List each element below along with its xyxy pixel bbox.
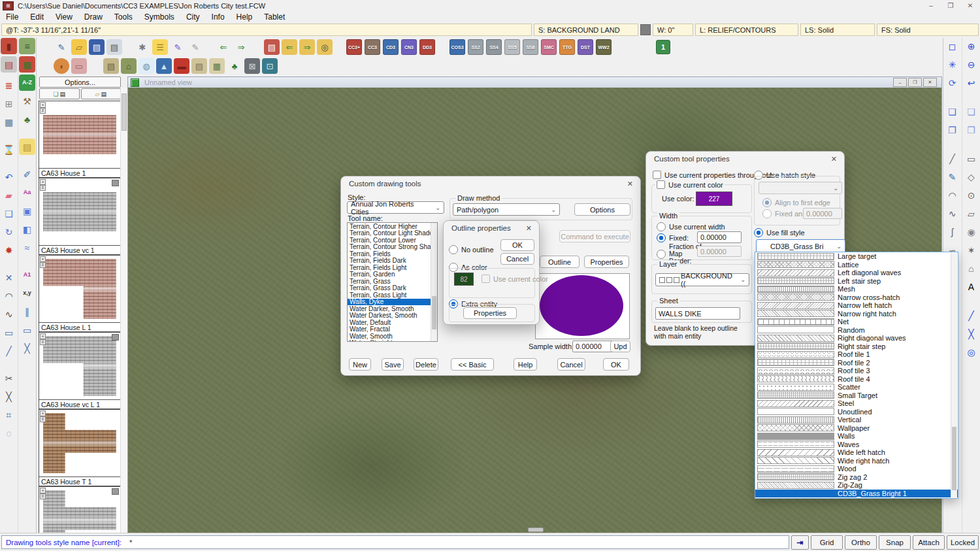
- snap-button[interactable]: Snap: [879, 535, 911, 550]
- fixed-width-field[interactable]: 0.00000: [697, 231, 742, 243]
- ok-button[interactable]: OK: [603, 358, 629, 371]
- group-icon[interactable]: ▣: [19, 203, 35, 219]
- measure-icon[interactable]: ⌗: [1, 407, 17, 423]
- sheet-indicator-button[interactable]: 1: [656, 40, 670, 54]
- tool-list-item[interactable]: Terrain, Grass Dark: [348, 285, 437, 292]
- fill-style-option[interactable]: Steel: [755, 399, 958, 408]
- city-tool-icon[interactable]: ▦: [19, 56, 35, 73]
- fill-style-option[interactable]: Wide left hatch: [755, 448, 958, 457]
- fill-style-option[interactable]: Unoutlined: [755, 408, 958, 416]
- thumbnail-expand-icon[interactable]: +≡: [40, 488, 46, 499]
- fill-style-option[interactable]: Walls: [755, 432, 958, 441]
- menu-tools[interactable]: Tools: [108, 12, 139, 22]
- ortho-button[interactable]: Ortho: [845, 535, 877, 550]
- edit-sheet-icon[interactable]: ✎: [188, 39, 203, 55]
- blob-draw-icon[interactable]: ◉: [963, 224, 979, 240]
- catalog-import-icon[interactable]: ⇐: [282, 39, 297, 55]
- close-icon[interactable]: ✕: [526, 224, 532, 233]
- tool-name-list[interactable]: Terrain, Contour HigherTerrain, Contour …: [347, 222, 438, 342]
- command-input[interactable]: Drawing tools style name [current]: *: [1, 535, 789, 549]
- line-edit-icon[interactable]: ╱: [1, 342, 17, 359]
- text-tool-icon[interactable]: A: [963, 278, 979, 295]
- symbol-thumbnail[interactable]: +≡ CA63 House L 1: [39, 255, 121, 332]
- symbol-building-green-icon[interactable]: ⌂: [121, 58, 137, 74]
- view-minimize-icon[interactable]: –: [893, 78, 907, 87]
- connect-icon[interactable]: ╱: [963, 307, 979, 324]
- thumbnail-expand-icon[interactable]: +≡: [40, 410, 46, 422]
- dropdown-scrollbar[interactable]: [951, 253, 957, 497]
- symbol-frame-icon[interactable]: ⊡: [262, 58, 278, 74]
- fill-style-option[interactable]: Random: [755, 326, 958, 335]
- polygon-draw-icon[interactable]: ◇: [963, 169, 979, 185]
- locked-button[interactable]: Locked: [947, 535, 979, 550]
- polyshape-icon[interactable]: ▱: [963, 205, 979, 222]
- delete-button[interactable]: Delete: [414, 358, 438, 371]
- fraction-radio[interactable]: [657, 250, 666, 259]
- straighten-icon[interactable]: ∥: [19, 303, 35, 320]
- catalog-smc-button[interactable]: SMC: [541, 39, 557, 55]
- mirror-icon[interactable]: ◧: [19, 221, 35, 237]
- copy-entity-icon[interactable]: ❏: [1, 205, 17, 222]
- tool-list-item[interactable]: Terrain, Grass: [348, 278, 437, 285]
- tool-list-scrollbar[interactable]: [431, 223, 437, 341]
- copy-behind-icon[interactable]: ❏: [944, 103, 960, 120]
- menu-draw[interactable]: Draw: [78, 12, 108, 22]
- thumbnail-expand-icon[interactable]: +≡: [40, 102, 46, 113]
- menu-view[interactable]: View: [50, 12, 78, 22]
- view-close-icon[interactable]: ✕: [923, 78, 937, 87]
- notes-stack-icon[interactable]: ▤: [19, 139, 35, 155]
- save-button[interactable]: Save: [382, 358, 404, 371]
- fill-style-tool-icon[interactable]: ◖: [54, 58, 69, 74]
- catalog-search-icon[interactable]: ◎: [317, 39, 333, 55]
- catalog-options-button[interactable]: Options...: [39, 76, 121, 88]
- drawing-options-icon[interactable]: ✱: [135, 39, 150, 55]
- open-icon[interactable]: ▱: [71, 39, 87, 55]
- outline-color-swatch[interactable]: 82: [454, 273, 474, 286]
- trim-icon[interactable]: ✂: [1, 370, 17, 386]
- use-current-width-radio[interactable]: [657, 222, 666, 231]
- spline-icon[interactable]: ʃ: [944, 224, 960, 240]
- thumbnail-expand-icon[interactable]: +≡: [40, 333, 46, 344]
- symbol-thumbnail[interactable]: +≡ CA63 House vc L 1: [39, 332, 121, 409]
- use-current-properties-checkbox[interactable]: [653, 171, 661, 179]
- catalog-dd3-button[interactable]: DD3: [419, 39, 435, 55]
- menu-info[interactable]: Info: [206, 12, 231, 22]
- fill-style-option[interactable]: Small Target: [755, 392, 958, 400]
- zoom-window-icon[interactable]: ◻: [944, 38, 960, 54]
- redraw-icon[interactable]: ⟳: [944, 75, 960, 91]
- explode-icon[interactable]: ✸: [1, 242, 17, 258]
- outline-button[interactable]: Outline: [540, 256, 580, 268]
- tool-list-item[interactable]: Terrain, Contour Lower: [348, 237, 437, 244]
- catalog-cd3-button[interactable]: CD3: [383, 39, 399, 55]
- fill-style-option[interactable]: Mesh: [755, 285, 958, 293]
- tool-list-item[interactable]: Water Darkest, Smooth: [348, 312, 437, 320]
- fill-style-option[interactable]: Narrow right hatch: [755, 310, 958, 318]
- tool-list-item[interactable]: Water Darker, Smooth: [348, 305, 437, 312]
- paste-behind-icon[interactable]: ❏: [963, 103, 979, 120]
- symbol-dome-icon[interactable]: ◍: [139, 58, 154, 74]
- pen-width-field[interactable]: W: 0": [653, 24, 693, 36]
- style-text-icon[interactable]: Aa: [19, 184, 35, 201]
- tool-list-item[interactable]: Water, Default: [348, 319, 437, 326]
- rotate-icon[interactable]: ↻: [1, 224, 17, 240]
- eraser-icon[interactable]: ▰: [1, 187, 17, 203]
- fill-style-option[interactable]: Wallpaper: [755, 424, 958, 433]
- catalog-ss4-button[interactable]: SS4: [486, 39, 502, 55]
- fill-style-option[interactable]: Right diagonal waves: [755, 334, 958, 342]
- fill-style-option[interactable]: Roof tile 2: [755, 359, 958, 367]
- catalog-scrollbar[interactable]: [120, 88, 127, 533]
- fill-style-option[interactable]: Left stair step: [755, 277, 958, 286]
- catalog-cos3-button[interactable]: COS3: [449, 39, 465, 55]
- print-icon[interactable]: ▤: [106, 39, 122, 55]
- no-outline-radio[interactable]: [449, 245, 458, 254]
- fixed-width-radio[interactable]: [657, 233, 666, 242]
- tool-list-item[interactable]: Water, Fractal: [348, 326, 437, 333]
- symbol-thumbnail[interactable]: +≡: [39, 486, 121, 533]
- path-draw-icon[interactable]: ∿: [944, 205, 960, 222]
- ok-button[interactable]: OK: [500, 239, 534, 251]
- basic-button[interactable]: << Basic: [451, 358, 494, 371]
- command-run-button[interactable]: ⇥: [791, 535, 809, 550]
- properties-button[interactable]: Properties: [584, 256, 629, 268]
- tool-list-item[interactable]: Water, Straight: [348, 340, 437, 342]
- options-button[interactable]: Options: [574, 203, 630, 216]
